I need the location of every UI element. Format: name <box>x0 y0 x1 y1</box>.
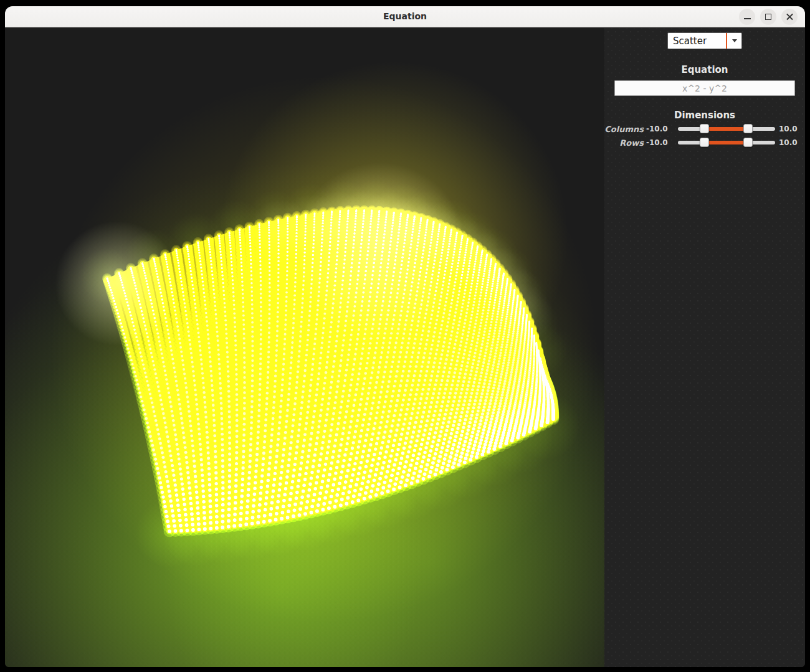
rows-low-handle[interactable] <box>700 138 709 147</box>
equation-heading: Equation <box>604 65 805 75</box>
dropdown-arrow-button[interactable] <box>727 39 741 42</box>
rows-slider-row: Rows -10.0 10.0 <box>604 136 805 149</box>
app-window: Equation Scatter Equation <box>5 6 805 667</box>
plot-type-value: Scatter <box>668 35 726 47</box>
minimize-button[interactable] <box>739 9 755 25</box>
window-title: Equation <box>5 6 805 27</box>
minimize-icon <box>744 18 751 19</box>
rows-label: Rows <box>604 138 644 148</box>
columns-slider-row: Columns -10.0 10.0 <box>604 122 805 136</box>
columns-max-value: 10.0 <box>779 125 798 133</box>
columns-label: Columns <box>604 125 644 134</box>
scatter-plot-canvas[interactable] <box>5 28 604 667</box>
window-controls <box>739 9 798 25</box>
rows-max-value: 10.0 <box>779 138 798 147</box>
chevron-down-icon <box>732 39 737 42</box>
rows-range-slider[interactable] <box>678 141 775 144</box>
slider-fill <box>705 127 748 131</box>
columns-high-handle[interactable] <box>743 124 753 133</box>
rows-high-handle[interactable] <box>743 138 753 147</box>
columns-min-value: -10.0 <box>646 125 667 133</box>
maximize-icon <box>765 14 771 20</box>
close-button[interactable] <box>781 9 798 25</box>
close-icon <box>786 13 794 21</box>
slider-fill <box>705 141 748 144</box>
columns-range-slider[interactable] <box>678 127 775 131</box>
dimensions-heading: Dimensions <box>604 110 805 120</box>
maximize-button[interactable] <box>760 9 776 25</box>
titlebar[interactable]: Equation <box>5 6 805 27</box>
rows-min-value: -10.0 <box>646 138 667 147</box>
window-content: Scatter Equation Dimensions Columns -10.… <box>5 28 805 667</box>
equation-input[interactable] <box>614 80 795 96</box>
columns-low-handle[interactable] <box>700 124 709 133</box>
plot-type-dropdown[interactable]: Scatter <box>667 32 742 49</box>
settings-panel: Scatter Equation Dimensions Columns -10.… <box>604 28 805 667</box>
